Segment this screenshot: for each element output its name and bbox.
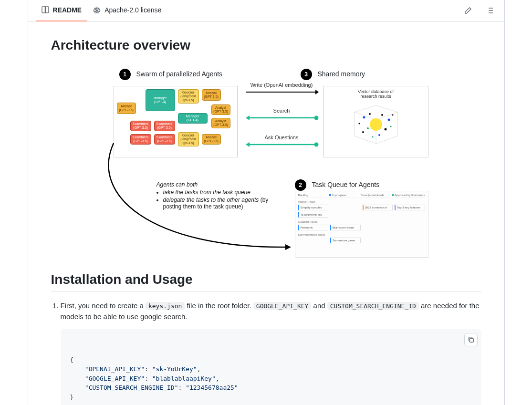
heading-architecture: Architecture overview <box>51 38 481 57</box>
svg-marker-18 <box>246 115 250 120</box>
copy-button[interactable] <box>464 333 478 346</box>
code-block-keysjson: { "OPENAI_API_KEY": "sk-YoUrKey", "GOOGL… <box>61 329 481 405</box>
diagram-label-taskq: Task Queue for Agents <box>312 181 380 188</box>
swarm-panel: Manager(GPT-4) Googler(langchaingpt-3.5)… <box>114 86 238 157</box>
svg-marker-21 <box>246 142 250 147</box>
diagram-label-memory: Shared memory <box>318 70 365 78</box>
svg-point-5 <box>381 114 383 116</box>
svg-rect-24 <box>469 338 473 342</box>
diagram-badge-3: 3 <box>301 69 312 80</box>
list-icon <box>486 7 494 14</box>
svg-point-10 <box>378 134 380 136</box>
svg-point-11 <box>372 136 373 137</box>
svg-point-6 <box>387 119 390 121</box>
law-icon <box>93 6 101 14</box>
svg-point-14 <box>392 114 393 115</box>
arrow-search: Search <box>245 108 319 121</box>
code-google-api-key: GOOGLE_API_KEY <box>253 302 312 310</box>
svg-point-4 <box>369 113 371 115</box>
diagram-badge-1: 1 <box>119 69 131 80</box>
diagram-label-swarm: Swarm of parallelized Agents <box>136 70 223 78</box>
svg-point-2 <box>370 118 382 131</box>
edit-button[interactable] <box>461 4 475 17</box>
arrow-write: Write (OpenAI embedding) <box>245 82 319 95</box>
install-step-1: First, you need to create a keys.json fi… <box>61 300 481 405</box>
tab-readme[interactable]: README <box>36 0 88 21</box>
svg-marker-16 <box>315 90 319 94</box>
tab-license[interactable]: Apache-2.0 license <box>87 0 167 21</box>
svg-point-13 <box>358 123 360 124</box>
diagram-caption: Agents can both take the tasks from the … <box>156 181 276 211</box>
code-cse-id: CUSTOM_SEARCH_ENGINE_ID <box>327 302 419 310</box>
vector-cube-illustration <box>345 101 407 148</box>
outline-button[interactable] <box>483 4 497 17</box>
pencil-icon <box>464 7 472 14</box>
tab-readme-label: README <box>53 6 82 14</box>
memory-panel: Vector database of research results <box>323 86 428 157</box>
book-icon <box>42 6 49 14</box>
svg-marker-23 <box>285 244 291 250</box>
copy-icon <box>468 336 474 343</box>
tab-license-label: Apache-2.0 license <box>104 6 161 14</box>
arrow-ask: Ask Questions <box>245 135 319 148</box>
svg-point-22 <box>314 143 318 147</box>
code-keysjson: keys.json <box>146 302 185 310</box>
architecture-diagram: 1 Swarm of parallelized Agents Manager(G… <box>94 67 438 267</box>
svg-point-3 <box>363 116 365 119</box>
svg-point-8 <box>384 128 386 131</box>
svg-point-7 <box>367 127 369 129</box>
svg-point-19 <box>314 116 318 120</box>
heading-installation: Installation and Usage <box>51 272 481 291</box>
install-steps: First, you need to create a keys.json fi… <box>61 300 481 405</box>
svg-point-9 <box>362 131 364 133</box>
task-queue-panel: Backlog In progress Done (scrutinized) A… <box>295 191 428 258</box>
svg-point-12 <box>390 125 391 127</box>
readme-tabbar: README Apache-2.0 license <box>28 0 504 21</box>
diagram-badge-2: 2 <box>295 179 306 191</box>
